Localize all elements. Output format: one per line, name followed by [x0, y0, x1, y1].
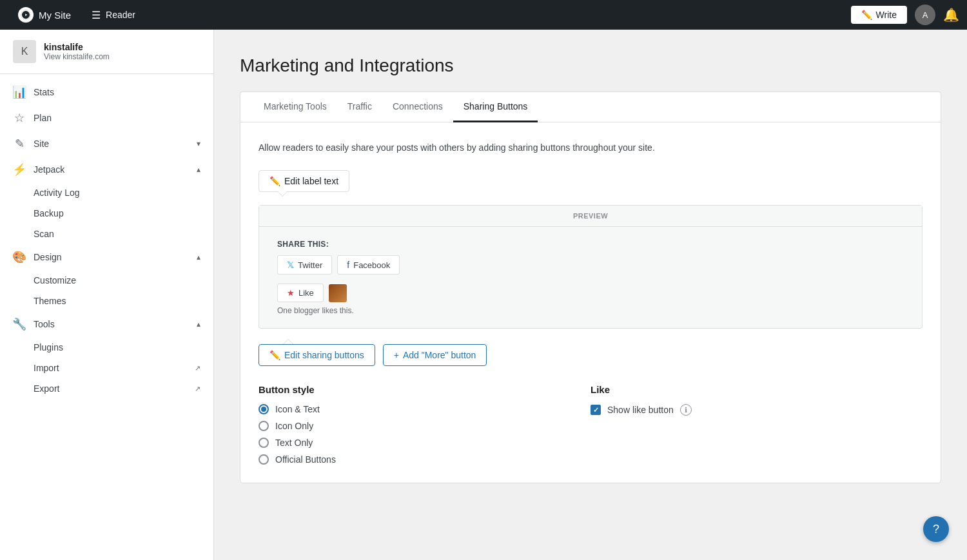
backup-label: Backup — [34, 208, 64, 218]
plus-icon: + — [394, 350, 399, 360]
facebook-icon: f — [347, 260, 349, 270]
radio-icon-only[interactable]: Icon Only — [259, 421, 591, 431]
sidebar-item-backup[interactable]: Backup — [0, 203, 213, 224]
pencil-icon: ✎ — [13, 137, 26, 150]
like-button[interactable]: ★ Like — [277, 284, 324, 302]
design-label: Design — [34, 252, 189, 262]
sidebar-item-stats[interactable]: 📊 Stats — [0, 79, 213, 105]
my-site-label: My Site — [39, 10, 71, 21]
edit-btn-tooltip-arrow — [283, 339, 293, 344]
chevron-up-icon2: ▴ — [197, 253, 200, 262]
sidebar-item-scan[interactable]: Scan — [0, 224, 213, 244]
twitter-share-button[interactable]: 𝕏 Twitter — [277, 255, 332, 275]
jetpack-submenu: Activity Log Backup Scan — [0, 182, 213, 244]
radio-official-buttons[interactable]: Official Buttons — [259, 454, 591, 465]
themes-label: Themes — [34, 296, 66, 306]
notifications-bell[interactable]: 🔔 — [943, 7, 959, 23]
user-avatar[interactable]: A — [915, 5, 935, 25]
sidebar-item-themes[interactable]: Themes — [0, 291, 213, 311]
bar-chart-icon: 📊 — [13, 86, 26, 99]
edit-label-text-button[interactable]: ✏️ Edit label text — [259, 170, 349, 192]
facebook-share-button[interactable]: f Facebook — [337, 255, 400, 275]
tab-sharing-buttons[interactable]: Sharing Buttons — [453, 92, 538, 122]
twitter-icon: 𝕏 — [287, 260, 294, 270]
jetpack-icon: ⚡ — [13, 163, 26, 176]
export-label: Export — [34, 383, 59, 394]
edit-buttons-row: ✏️ Edit sharing buttons + Add "More" but… — [259, 344, 923, 366]
tab-traffic[interactable]: Traffic — [337, 92, 382, 122]
jetpack-label: Jetpack — [34, 164, 189, 175]
radio-icon-text-input[interactable] — [259, 404, 269, 414]
radio-text-only[interactable]: Text Only — [259, 438, 591, 448]
radio-icon-only-input[interactable] — [259, 421, 269, 431]
share-buttons-row: 𝕏 Twitter f Facebook — [277, 255, 904, 275]
marketing-card: Marketing Tools Traffic Connections Shar… — [240, 92, 941, 483]
sidebar-item-tools[interactable]: 🔧 Tools ▴ — [0, 311, 213, 337]
share-this-label: SHARE THIS: — [277, 240, 904, 249]
sidebar-item-customize[interactable]: Customize — [0, 270, 213, 291]
tab-connections[interactable]: Connections — [382, 92, 453, 122]
write-button[interactable]: ✏️ Write — [851, 6, 907, 24]
radio-icon-only-label: Icon Only — [275, 421, 313, 431]
show-like-button-item[interactable]: Show like button ℹ — [591, 404, 923, 416]
radio-text-only-label: Text Only — [275, 438, 313, 448]
sidebar-item-activity-log[interactable]: Activity Log — [0, 182, 213, 203]
sidebar-item-import[interactable]: Import ↗ — [0, 358, 213, 378]
chevron-down-icon: ▾ — [197, 139, 200, 148]
site-icon: K — [13, 40, 36, 63]
blogger-avatar — [329, 284, 347, 302]
site-switcher[interactable]: K kinstalife View kinstalife.com — [0, 30, 213, 74]
like-settings-section: Like Show like button ℹ — [591, 384, 923, 465]
edit-sharing-buttons-button[interactable]: ✏️ Edit sharing buttons — [259, 344, 375, 366]
sidebar-item-export[interactable]: Export ↗ — [0, 378, 213, 399]
sidebar-item-jetpack[interactable]: ⚡ Jetpack ▴ — [0, 157, 213, 182]
site-name: kinstalife — [44, 42, 200, 52]
radio-text-only-input[interactable] — [259, 438, 269, 448]
reader-nav[interactable]: ☰ Reader — [81, 0, 146, 30]
activity-log-label: Activity Log — [34, 188, 80, 198]
tools-label: Tools — [34, 319, 189, 329]
scan-label: Scan — [34, 229, 54, 239]
tab-marketing-tools[interactable]: Marketing Tools — [253, 92, 337, 122]
button-style-title: Button style — [259, 384, 591, 395]
main-content: Marketing and Integrations Marketing Too… — [214, 30, 967, 560]
site-label: Site — [34, 139, 189, 149]
design-submenu: Customize Themes — [0, 270, 213, 311]
show-like-checkbox[interactable] — [591, 405, 601, 415]
card-body: Allow readers to easily share your posts… — [240, 122, 941, 483]
radio-icon-text[interactable]: Icon & Text — [259, 404, 591, 414]
tooltip-arrow — [277, 191, 288, 197]
button-style-radio-group: Icon & Text Icon Only Text Only — [259, 404, 591, 465]
info-icon[interactable]: ℹ — [680, 404, 692, 416]
sharing-description: Allow readers to easily share your posts… — [259, 140, 923, 155]
like-row: ★ Like — [277, 284, 904, 302]
wordpress-logo — [18, 7, 34, 23]
add-more-button[interactable]: + Add "More" button — [383, 344, 487, 366]
edit-pencil-icon: ✏️ — [269, 350, 280, 360]
star-icon: ☆ — [13, 111, 26, 124]
preview-body: SHARE THIS: 𝕏 Twitter f Facebook — [259, 227, 922, 328]
my-site-nav[interactable]: My Site — [8, 0, 81, 30]
sidebar-item-site[interactable]: ✎ Site ▾ — [0, 131, 213, 157]
preview-header: PREVIEW — [259, 206, 922, 227]
page-title: Marketing and Integrations — [240, 55, 941, 76]
like-section-title: Like — [591, 384, 923, 395]
tools-submenu: Plugins Import ↗ Export ↗ — [0, 337, 213, 399]
plugins-label: Plugins — [34, 342, 63, 352]
top-navigation: My Site ☰ Reader ✏️ Write A 🔔 — [0, 0, 967, 30]
edit-label-section: ✏️ Edit label text — [259, 170, 923, 192]
settings-grid: Button style Icon & Text Icon Only — [259, 384, 923, 465]
design-icon: 🎨 — [13, 251, 26, 264]
sidebar-item-design[interactable]: 🎨 Design ▴ — [0, 244, 213, 270]
stats-label: Stats — [34, 87, 200, 97]
write-icon: ✏️ — [861, 10, 872, 20]
import-label: Import — [34, 363, 59, 373]
customize-label: Customize — [34, 275, 76, 285]
one-blogger-text: One blogger likes this. — [277, 306, 904, 315]
tools-icon: 🔧 — [13, 318, 26, 331]
radio-official-input[interactable] — [259, 454, 269, 465]
sidebar-item-plan[interactable]: ☆ Plan — [0, 105, 213, 131]
preview-area: PREVIEW SHARE THIS: 𝕏 Twitter f Facebook — [259, 205, 923, 329]
sidebar-item-plugins[interactable]: Plugins — [0, 337, 213, 358]
help-button[interactable]: ? — [923, 516, 949, 542]
